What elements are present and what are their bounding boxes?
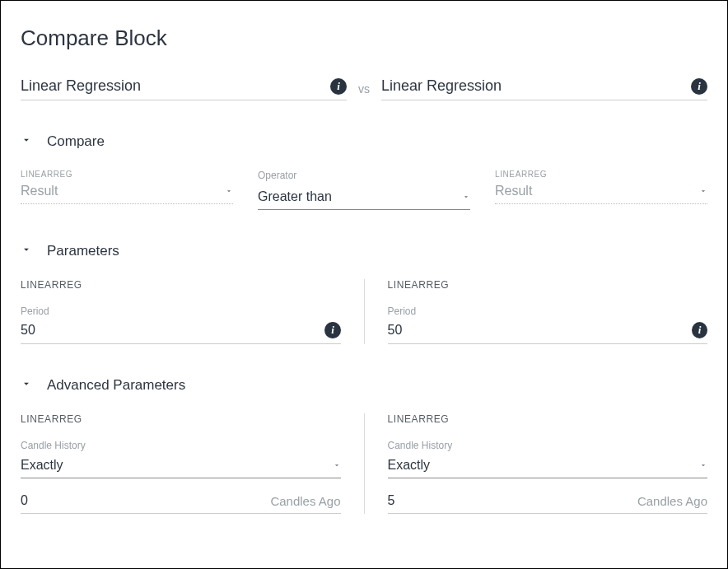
candle-history-right-select[interactable]: Exactly bbox=[388, 455, 708, 478]
compare-left-group: LINEARREG Result bbox=[21, 170, 233, 210]
caret-down-icon bbox=[462, 189, 470, 204]
candle-history-left-label: Candle History bbox=[21, 440, 341, 451]
parameters-section-header[interactable]: Parameters bbox=[21, 243, 707, 259]
indicator-left-name: Linear Regression bbox=[21, 77, 141, 95]
candles-ago-right-field[interactable]: Candles Ago bbox=[388, 490, 708, 514]
caret-down-icon bbox=[225, 184, 233, 198]
page-title: Compare Block bbox=[21, 26, 707, 51]
parameters-right-col: LINEARREG Period i bbox=[364, 279, 708, 344]
indicator-row: Linear Regression i vs Linear Regression… bbox=[21, 77, 707, 100]
compare-right-result-value: Result bbox=[495, 184, 532, 198]
advanced-section-title: Advanced Parameters bbox=[47, 377, 185, 394]
indicator-left[interactable]: Linear Regression i bbox=[21, 77, 347, 100]
period-left-input[interactable] bbox=[21, 323, 324, 338]
period-right-label: Period bbox=[388, 305, 708, 317]
indicator-right-name: Linear Regression bbox=[381, 77, 502, 95]
parameters-right-heading: LINEARREG bbox=[388, 279, 708, 291]
operator-value: Greater than bbox=[258, 189, 332, 204]
compare-right-group: LINEARREG Result bbox=[495, 170, 707, 210]
parameters-left-heading: LINEARREG bbox=[21, 279, 341, 291]
compare-section-header[interactable]: Compare bbox=[21, 133, 707, 150]
chevron-down-icon bbox=[21, 134, 32, 149]
info-icon[interactable]: i bbox=[324, 322, 340, 338]
caret-down-icon bbox=[699, 184, 707, 198]
indicator-right[interactable]: Linear Regression i bbox=[381, 77, 707, 100]
compare-right-heading: LINEARREG bbox=[495, 170, 707, 179]
advanced-row: LINEARREG Candle History Exactly Candles… bbox=[21, 413, 707, 514]
advanced-left-col: LINEARREG Candle History Exactly Candles… bbox=[21, 413, 364, 514]
info-icon[interactable]: i bbox=[330, 78, 347, 95]
advanced-left-heading: LINEARREG bbox=[21, 413, 341, 425]
operator-select[interactable]: Greater than bbox=[258, 186, 470, 210]
compare-section-title: Compare bbox=[47, 133, 105, 150]
vs-label: vs bbox=[358, 82, 370, 96]
period-left-field[interactable]: i bbox=[21, 322, 341, 344]
parameters-row: LINEARREG Period i LINEARREG Period i bbox=[21, 279, 707, 344]
compare-left-result-select[interactable]: Result bbox=[21, 180, 233, 204]
operator-group: Operator Greater than bbox=[258, 170, 470, 210]
candles-ago-left-field[interactable]: Candles Ago bbox=[21, 490, 341, 514]
candle-history-right-value: Exactly bbox=[388, 458, 431, 473]
caret-down-icon bbox=[699, 458, 707, 473]
advanced-right-heading: LINEARREG bbox=[388, 413, 708, 425]
period-left-label: Period bbox=[21, 305, 341, 317]
parameters-section-title: Parameters bbox=[47, 243, 119, 259]
period-right-field[interactable]: i bbox=[388, 322, 708, 344]
candle-history-left-select[interactable]: Exactly bbox=[21, 455, 341, 478]
candles-ago-left-input[interactable] bbox=[21, 493, 264, 508]
candle-history-left-value: Exactly bbox=[21, 458, 63, 473]
candles-ago-right-input[interactable] bbox=[388, 493, 631, 508]
info-icon[interactable]: i bbox=[691, 78, 707, 95]
candle-history-right-label: Candle History bbox=[388, 440, 708, 451]
compare-left-result-value: Result bbox=[21, 184, 58, 198]
chevron-down-icon bbox=[21, 378, 32, 393]
candles-ago-left-suffix: Candles Ago bbox=[270, 494, 340, 508]
chevron-down-icon bbox=[21, 244, 32, 259]
advanced-right-col: LINEARREG Candle History Exactly Candles… bbox=[364, 413, 708, 514]
compare-row: LINEARREG Result Operator Greater than L… bbox=[21, 170, 707, 210]
caret-down-icon bbox=[333, 458, 341, 473]
compare-left-heading: LINEARREG bbox=[21, 170, 233, 179]
compare-right-result-select[interactable]: Result bbox=[495, 180, 707, 204]
compare-block-panel: Compare Block Linear Regression i vs Lin… bbox=[0, 0, 728, 569]
advanced-section-header[interactable]: Advanced Parameters bbox=[21, 377, 707, 394]
operator-label: Operator bbox=[258, 170, 470, 181]
parameters-left-col: LINEARREG Period i bbox=[21, 279, 364, 344]
candles-ago-right-suffix: Candles Ago bbox=[637, 494, 707, 508]
info-icon[interactable]: i bbox=[692, 322, 707, 338]
period-right-input[interactable] bbox=[388, 323, 692, 338]
